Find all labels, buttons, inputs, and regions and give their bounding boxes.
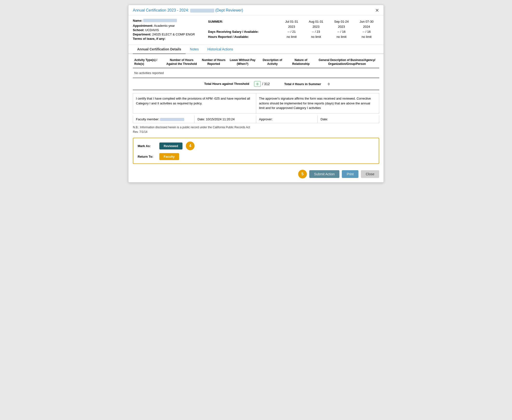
days-val-4: -- / 16 xyxy=(354,30,379,34)
days-label: Days Receiving Salary / Available: xyxy=(208,30,259,34)
print-button[interactable]: Print xyxy=(342,170,358,178)
days-val-1: -- / 21 xyxy=(280,30,303,34)
modal-header: Annual Certification 2023 - 2024: (Dept … xyxy=(128,5,384,15)
appointment-value: Academic-year xyxy=(154,24,175,28)
certification-section: I certify that I have complied with the … xyxy=(133,93,379,113)
hours-val-3: no limit xyxy=(329,35,354,39)
approver-date-label: Date: xyxy=(321,117,328,121)
hours-val-1: no limit xyxy=(280,35,303,39)
approver-label: Approver: xyxy=(259,117,273,121)
activity-table: Activity Type(s) / Role(s) Number of Hou… xyxy=(133,56,379,68)
hours-val-2: no limit xyxy=(304,35,329,39)
tabs-bar: Annual Certification Details Notes Histo… xyxy=(128,45,384,54)
step5-circle: 5 xyxy=(298,170,307,178)
signature-row: Faculty member: Date: 10/15/2024 11:20:2… xyxy=(133,115,379,123)
reviewed-button[interactable]: Reviewed xyxy=(159,142,183,150)
days-val-2: -- / 23 xyxy=(304,30,329,34)
mark-as-label: Mark As: xyxy=(138,144,159,148)
faculty-label: Faculty member: xyxy=(136,117,159,121)
footnote: N.B.: Information disclosed herein is a … xyxy=(128,123,384,135)
school-value: UCDAVIS xyxy=(145,28,159,32)
no-activities-row: No activities reported xyxy=(133,68,379,78)
certification-wrapper: I certify that I have complied with the … xyxy=(128,93,384,123)
action-box: Mark As: Reviewed 4 Return To: Faculty xyxy=(133,138,379,164)
modal-window: Annual Certification 2023 - 2024: (Dept … xyxy=(128,5,384,182)
approver-date-cell: Date: xyxy=(318,115,379,123)
tab-historical-actions[interactable]: Historical Actions xyxy=(203,45,237,54)
tab-notes[interactable]: Notes xyxy=(186,45,203,54)
totals-row: Total Hours against Threshold 0 / 312 To… xyxy=(133,78,379,90)
modal-close-button[interactable]: ✕ xyxy=(375,8,379,13)
submit-action-button[interactable]: Submit Action xyxy=(309,170,340,178)
terms-label: Terms of leave, if any: xyxy=(133,37,166,40)
col-header-hours-threshold: Number of Hours Against the Threshold xyxy=(163,56,200,68)
activity-table-section: Activity Type(s) / Role(s) Number of Hou… xyxy=(128,56,384,90)
total-hours-label: Total Hours against Threshold xyxy=(204,82,249,86)
cert-right-text: The approver's signature affirms the for… xyxy=(256,93,379,113)
department-label: Department: xyxy=(133,33,151,36)
date-value: Date: 10/15/2024 11:20:24 xyxy=(197,117,235,121)
name-value-blurred xyxy=(143,19,177,22)
summer-year-2: 2023 xyxy=(304,24,329,29)
faculty-button[interactable]: Faculty xyxy=(159,153,179,160)
total-summer-value: 0 xyxy=(328,82,329,86)
total-separator: / 312 xyxy=(262,82,270,86)
col-header-activity-type: Activity Type(s) / Role(s) xyxy=(133,56,163,68)
hours-val-4: no limit xyxy=(354,35,379,39)
info-right: SUMMER: Jul 01-31 Aug 01-31 Sep 01-24 Ju… xyxy=(208,19,379,41)
summer-year-1: 2023 xyxy=(280,24,303,29)
info-section: Name: Appointment: Academic-year School:… xyxy=(128,15,384,45)
total-badge: 0 xyxy=(254,81,261,87)
school-label: School: xyxy=(133,28,144,32)
date-cell: Date: 10/15/2024 11:20:24 xyxy=(194,115,256,123)
appointment-label: Appointment: xyxy=(133,24,153,28)
step4-circle: 4 xyxy=(186,142,194,150)
summer-year-3: 2023 xyxy=(329,24,354,29)
faculty-name-blurred xyxy=(160,118,184,121)
name-label: Name: xyxy=(133,19,142,22)
tab-annual-certification[interactable]: Annual Certification Details xyxy=(133,45,186,54)
summer-col-1: Jul 01-31 xyxy=(280,19,303,24)
footnote-line1: N.B.: Information disclosed herein is a … xyxy=(133,125,379,130)
col-header-leave: Leave Without Pay (When?) xyxy=(227,56,258,68)
name-blurred xyxy=(190,9,214,13)
close-button[interactable]: Close xyxy=(361,170,379,178)
footnote-line2: Rev. 7/1/14 xyxy=(133,130,379,134)
summer-table: SUMMER: Jul 01-31 Aug 01-31 Sep 01-24 Ju… xyxy=(208,19,379,39)
return-to-row: Return To: Faculty xyxy=(138,153,374,160)
modal-title: Annual Certification 2023 - 2024: (Dept … xyxy=(133,8,243,13)
department-value: 24025 ELECT & COMP ENGR xyxy=(152,33,195,36)
info-left: Name: Appointment: Academic-year School:… xyxy=(133,19,200,41)
col-header-general-desc: General Description of Business/Agency/ … xyxy=(315,56,379,68)
col-header-nature: Nature of Relationship xyxy=(287,56,315,68)
approver-cell: Approver: xyxy=(256,115,318,123)
cert-left-text: I certify that I have complied with the … xyxy=(133,93,256,113)
days-val-3: -- / 16 xyxy=(329,30,354,34)
return-to-label: Return To: xyxy=(138,155,159,158)
total-summer-label: Total # Hours in Summer xyxy=(284,82,321,86)
summer-col-2: Aug 01-31 xyxy=(304,19,329,24)
summer-col-4: Jun 07-30 xyxy=(354,19,379,24)
hours-label: Hours Reported / Available: xyxy=(208,35,249,38)
mark-as-row: Mark As: Reviewed 4 xyxy=(138,142,374,150)
col-header-hours-reported: Number of Hours Reported xyxy=(200,56,227,68)
summer-label: SUMMER: xyxy=(208,20,223,23)
summer-col-3: Sep 01-24 xyxy=(329,19,354,24)
faculty-sig-cell: Faculty member: xyxy=(133,115,194,123)
total-hours-value: 0 / 312 xyxy=(254,81,270,87)
footer-row: 5 Submit Action Print Close xyxy=(128,167,384,182)
summer-year-4: 2024 xyxy=(354,24,379,29)
col-header-description: Description of Activity xyxy=(258,56,287,68)
